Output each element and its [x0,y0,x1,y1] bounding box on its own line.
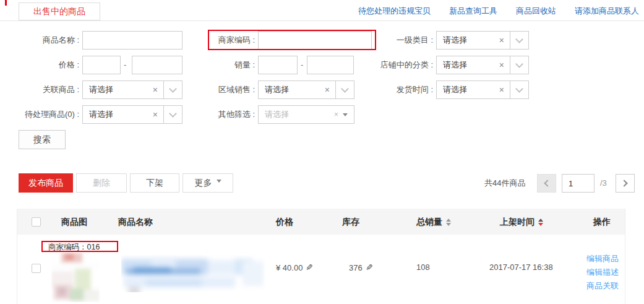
total-products-count: 共44件商品 [484,173,525,193]
category-select[interactable]: 请选择 × [436,31,529,50]
col-header-image: 商品图 [61,209,87,235]
shipping-time-label: 发货时间 : [368,80,433,99]
region-sales-select[interactable]: 请选择 × [258,80,354,99]
chevron-right-icon [620,180,627,186]
product-management-page: 出售中的商品 待您处理的违规宝贝 新品查询工具 商品回收站 请添加商品联系人 商… [0,0,644,304]
product-name-label: 商品名称 : [12,31,79,50]
price-range-dash: - [124,56,126,74]
chevron-down-icon[interactable] [163,81,182,98]
col-header-actions: 操作 [593,209,611,235]
other-filters-select[interactable]: 请选择 × [258,105,354,124]
shop-category-label: 店铺中的分类 : [346,56,433,74]
region-sales-label: 区域销售 : [186,80,255,99]
merchant-code-input[interactable] [258,31,372,50]
pending-products-label: 待处理商品(0) : [12,105,79,124]
pagination-next-button[interactable] [616,174,635,193]
products-table: 商品图 商品名称 价格 库存 总销量 上架时间 操作 [17,209,625,304]
product-association-link[interactable]: 商品关联 [586,279,619,293]
unlist-button[interactable]: 下架 [130,173,179,193]
chevron-down-icon[interactable] [510,32,528,49]
clear-icon[interactable]: × [494,85,510,95]
tab-products-on-sale[interactable]: 出售中的商品 [19,2,100,20]
total-sales-label: 总销量 [416,217,442,227]
table-header: 商品图 商品名称 价格 库存 总销量 上架时间 操作 [17,209,625,235]
shop-category-select[interactable]: 请选择 × [436,56,529,74]
chevron-down-icon[interactable] [163,106,182,123]
col-header-total-sales: 总销量 [416,209,451,235]
search-button[interactable]: 搜索 [19,130,66,149]
topbar: 出售中的商品 待您处理的违规宝贝 新品查询工具 商品回收站 请添加商品联系人 [0,0,644,21]
more-label: 更多 [195,178,212,188]
edit-product-link[interactable]: 编辑商品 [586,252,619,266]
col-header-name: 商品名称 [118,209,153,235]
select-value: 请选择 [83,109,147,120]
red-mark [5,0,7,6]
top-links: 待您处理的违规宝贝 新品查询工具 商品回收站 请添加商品联系人 [358,6,639,17]
pending-products-select[interactable]: 请选择 × [82,105,182,124]
listed-time-label: 上架时间 [500,217,535,227]
link-new-product-query-tool[interactable]: 新品查询工具 [449,6,497,17]
product-name-cell[interactable] [121,255,265,292]
edit-stock-icon[interactable]: ✎ [366,261,373,274]
price-label: 价格 : [12,56,79,74]
edit-description-link[interactable]: 编辑描述 [586,266,619,279]
related-products-label: 关联商品 : [12,80,79,99]
col-header-price: 价格 [276,209,293,235]
clear-icon[interactable]: × [147,85,163,95]
link-product-recycle-bin[interactable]: 商品回收站 [516,6,556,17]
clear-icon[interactable]: × [494,35,510,45]
clear-icon[interactable]: × [319,85,335,95]
select-value: 请选择 [437,84,494,95]
product-thumbnail[interactable] [51,253,100,302]
price-value: ¥ 40.00 [276,263,303,272]
page-total: /3 [600,174,607,193]
edit-price-icon[interactable]: ✎ [306,261,313,274]
caret-down-icon[interactable] [343,113,348,119]
clear-icon[interactable]: × [494,60,510,70]
publish-product-button[interactable]: 发布商品 [19,173,73,193]
blurred-image [51,253,100,302]
chevron-down-icon[interactable] [510,81,528,98]
link-add-product-contact[interactable]: 请添加商品联系人 [575,6,639,17]
stock-value: 376 [349,263,363,272]
page-number-input[interactable] [562,174,595,193]
stock-cell: 376✎ [349,261,372,274]
clear-icon[interactable]: × [330,110,343,119]
select-value: 请选择 [83,84,147,95]
select-value: 请选择 [437,35,494,46]
related-products-select[interactable]: 请选择 × [82,80,182,99]
pagination-prev-button[interactable] [537,174,556,193]
sales-range-dash: - [301,56,303,74]
clear-icon[interactable]: × [147,110,163,119]
row-actions: 编辑商品 编辑描述 商品关联 [586,252,619,293]
link-violation-items[interactable]: 待您处理的违规宝贝 [358,6,431,17]
chevron-down-icon[interactable] [510,56,528,74]
chevron-down-icon[interactable] [335,81,354,98]
more-dropdown-button[interactable]: 更多 [182,173,233,193]
col-header-stock: 库存 [342,209,359,235]
category-label: 一级类目 : [368,31,433,50]
select-value: 请选择 [259,109,330,120]
caret-down-icon [217,180,221,185]
sort-listed-time-icon[interactable] [538,216,543,228]
listed-time-cell: 2017-07-17 16:38 [489,261,553,274]
sales-min-input[interactable] [258,56,298,74]
select-all-checkbox[interactable] [32,217,41,227]
merchant-code-label: 商家编码 : [186,31,255,50]
shipping-time-select[interactable]: 请选择 × [436,80,529,99]
total-sales-cell: 108 [416,261,430,274]
select-value: 请选择 [437,59,494,71]
sales-label: 销量 : [186,56,255,74]
col-header-listed-time: 上架时间 [500,209,543,235]
delete-button[interactable]: 删除 [76,173,127,193]
other-filters-label: 其他筛选 : [186,105,255,124]
blurred-text [121,255,265,292]
price-min-input[interactable] [82,56,121,74]
price-cell: ¥ 40.00✎ [276,261,313,274]
row-checkbox[interactable] [32,264,41,273]
price-max-input[interactable] [132,56,182,74]
select-value: 请选择 [259,84,319,95]
chevron-left-icon [544,180,551,186]
product-name-input[interactable] [82,31,182,50]
sort-total-sales-icon[interactable] [446,216,451,228]
